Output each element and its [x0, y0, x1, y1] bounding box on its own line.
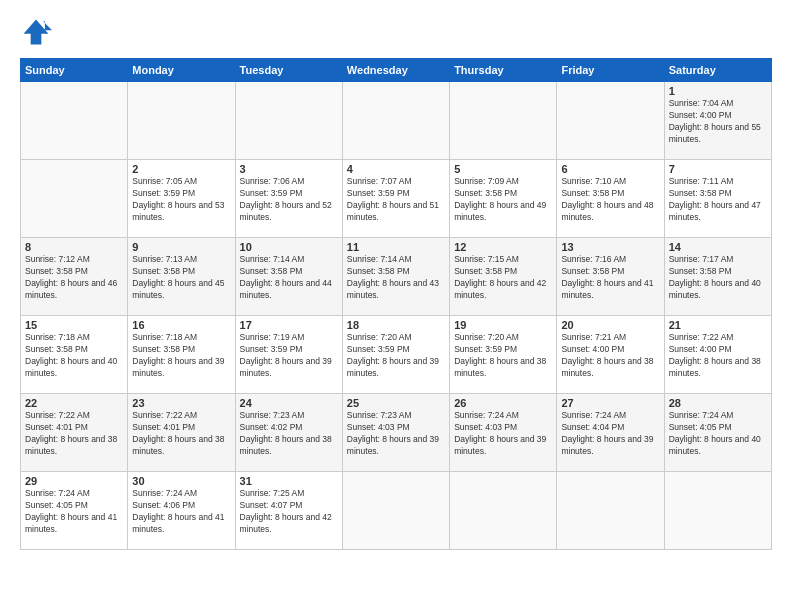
- day-number: 18: [347, 319, 445, 331]
- day-info: Sunrise: 7:14 AMSunset: 3:58 PMDaylight:…: [240, 254, 338, 302]
- calendar-week: 29Sunrise: 7:24 AMSunset: 4:05 PMDayligh…: [21, 472, 772, 550]
- calendar-day-empty: [557, 472, 664, 550]
- day-info: Sunrise: 7:25 AMSunset: 4:07 PMDaylight:…: [240, 488, 338, 536]
- day-info: Sunrise: 7:21 AMSunset: 4:00 PMDaylight:…: [561, 332, 659, 380]
- calendar-day: 14Sunrise: 7:17 AMSunset: 3:58 PMDayligh…: [664, 238, 771, 316]
- calendar-day: 8Sunrise: 7:12 AMSunset: 3:58 PMDaylight…: [21, 238, 128, 316]
- day-info: Sunrise: 7:22 AMSunset: 4:01 PMDaylight:…: [132, 410, 230, 458]
- calendar-day: 15Sunrise: 7:18 AMSunset: 3:58 PMDayligh…: [21, 316, 128, 394]
- calendar-day-empty: [450, 472, 557, 550]
- calendar-day: 23Sunrise: 7:22 AMSunset: 4:01 PMDayligh…: [128, 394, 235, 472]
- calendar-day-empty: [450, 82, 557, 160]
- calendar-day-empty: [342, 472, 449, 550]
- calendar-day: 22Sunrise: 7:22 AMSunset: 4:01 PMDayligh…: [21, 394, 128, 472]
- calendar-day: 30Sunrise: 7:24 AMSunset: 4:06 PMDayligh…: [128, 472, 235, 550]
- calendar-day: 28Sunrise: 7:24 AMSunset: 4:05 PMDayligh…: [664, 394, 771, 472]
- calendar-table: SundayMondayTuesdayWednesdayThursdayFrid…: [20, 58, 772, 550]
- page: SundayMondayTuesdayWednesdayThursdayFrid…: [0, 0, 792, 612]
- calendar-day: 11Sunrise: 7:14 AMSunset: 3:58 PMDayligh…: [342, 238, 449, 316]
- calendar-day: 12Sunrise: 7:15 AMSunset: 3:58 PMDayligh…: [450, 238, 557, 316]
- calendar-day: 29Sunrise: 7:24 AMSunset: 4:05 PMDayligh…: [21, 472, 128, 550]
- day-number: 3: [240, 163, 338, 175]
- day-info: Sunrise: 7:20 AMSunset: 3:59 PMDaylight:…: [347, 332, 445, 380]
- day-info: Sunrise: 7:11 AMSunset: 3:58 PMDaylight:…: [669, 176, 767, 224]
- calendar-body: 1Sunrise: 7:04 AMSunset: 4:00 PMDaylight…: [21, 82, 772, 550]
- day-number: 28: [669, 397, 767, 409]
- header-row: SundayMondayTuesdayWednesdayThursdayFrid…: [21, 59, 772, 82]
- day-info: Sunrise: 7:07 AMSunset: 3:59 PMDaylight:…: [347, 176, 445, 224]
- calendar-day-empty: [664, 472, 771, 550]
- day-number: 14: [669, 241, 767, 253]
- calendar-day: 4Sunrise: 7:07 AMSunset: 3:59 PMDaylight…: [342, 160, 449, 238]
- calendar-day: 3Sunrise: 7:06 AMSunset: 3:59 PMDaylight…: [235, 160, 342, 238]
- header-day: Monday: [128, 59, 235, 82]
- calendar-day: 31Sunrise: 7:25 AMSunset: 4:07 PMDayligh…: [235, 472, 342, 550]
- day-number: 23: [132, 397, 230, 409]
- day-info: Sunrise: 7:13 AMSunset: 3:58 PMDaylight:…: [132, 254, 230, 302]
- day-number: 21: [669, 319, 767, 331]
- day-info: Sunrise: 7:24 AMSunset: 4:04 PMDaylight:…: [561, 410, 659, 458]
- day-number: 2: [132, 163, 230, 175]
- day-info: Sunrise: 7:14 AMSunset: 3:58 PMDaylight:…: [347, 254, 445, 302]
- calendar-day: 13Sunrise: 7:16 AMSunset: 3:58 PMDayligh…: [557, 238, 664, 316]
- svg-marker-1: [43, 21, 52, 30]
- calendar-week: 1Sunrise: 7:04 AMSunset: 4:00 PMDaylight…: [21, 82, 772, 160]
- day-info: Sunrise: 7:24 AMSunset: 4:03 PMDaylight:…: [454, 410, 552, 458]
- calendar-day: 17Sunrise: 7:19 AMSunset: 3:59 PMDayligh…: [235, 316, 342, 394]
- day-number: 10: [240, 241, 338, 253]
- calendar-day-empty: [21, 82, 128, 160]
- day-number: 24: [240, 397, 338, 409]
- day-info: Sunrise: 7:10 AMSunset: 3:58 PMDaylight:…: [561, 176, 659, 224]
- day-info: Sunrise: 7:24 AMSunset: 4:05 PMDaylight:…: [669, 410, 767, 458]
- calendar-day: 10Sunrise: 7:14 AMSunset: 3:58 PMDayligh…: [235, 238, 342, 316]
- day-info: Sunrise: 7:17 AMSunset: 3:58 PMDaylight:…: [669, 254, 767, 302]
- day-info: Sunrise: 7:24 AMSunset: 4:06 PMDaylight:…: [132, 488, 230, 536]
- calendar-header: SundayMondayTuesdayWednesdayThursdayFrid…: [21, 59, 772, 82]
- day-number: 6: [561, 163, 659, 175]
- header-day: Thursday: [450, 59, 557, 82]
- svg-marker-0: [24, 20, 49, 45]
- day-number: 27: [561, 397, 659, 409]
- day-info: Sunrise: 7:04 AMSunset: 4:00 PMDaylight:…: [669, 98, 767, 146]
- day-info: Sunrise: 7:12 AMSunset: 3:58 PMDaylight:…: [25, 254, 123, 302]
- calendar-day: 20Sunrise: 7:21 AMSunset: 4:00 PMDayligh…: [557, 316, 664, 394]
- day-number: 17: [240, 319, 338, 331]
- day-number: 8: [25, 241, 123, 253]
- day-info: Sunrise: 7:06 AMSunset: 3:59 PMDaylight:…: [240, 176, 338, 224]
- calendar-day: 6Sunrise: 7:10 AMSunset: 3:58 PMDaylight…: [557, 160, 664, 238]
- logo: [20, 16, 56, 48]
- calendar-day: 26Sunrise: 7:24 AMSunset: 4:03 PMDayligh…: [450, 394, 557, 472]
- header-day: Friday: [557, 59, 664, 82]
- day-info: Sunrise: 7:19 AMSunset: 3:59 PMDaylight:…: [240, 332, 338, 380]
- day-number: 4: [347, 163, 445, 175]
- day-info: Sunrise: 7:24 AMSunset: 4:05 PMDaylight:…: [25, 488, 123, 536]
- day-number: 22: [25, 397, 123, 409]
- day-info: Sunrise: 7:23 AMSunset: 4:02 PMDaylight:…: [240, 410, 338, 458]
- header-day: Sunday: [21, 59, 128, 82]
- day-number: 20: [561, 319, 659, 331]
- calendar-day: 27Sunrise: 7:24 AMSunset: 4:04 PMDayligh…: [557, 394, 664, 472]
- calendar-week: 8Sunrise: 7:12 AMSunset: 3:58 PMDaylight…: [21, 238, 772, 316]
- calendar-day: 2Sunrise: 7:05 AMSunset: 3:59 PMDaylight…: [128, 160, 235, 238]
- calendar-week: 15Sunrise: 7:18 AMSunset: 3:58 PMDayligh…: [21, 316, 772, 394]
- calendar-day-empty: [21, 160, 128, 238]
- calendar-day: 16Sunrise: 7:18 AMSunset: 3:58 PMDayligh…: [128, 316, 235, 394]
- day-info: Sunrise: 7:22 AMSunset: 4:01 PMDaylight:…: [25, 410, 123, 458]
- calendar-day-empty: [128, 82, 235, 160]
- header-day: Tuesday: [235, 59, 342, 82]
- day-number: 31: [240, 475, 338, 487]
- calendar-day: 24Sunrise: 7:23 AMSunset: 4:02 PMDayligh…: [235, 394, 342, 472]
- day-number: 29: [25, 475, 123, 487]
- calendar-day: 9Sunrise: 7:13 AMSunset: 3:58 PMDaylight…: [128, 238, 235, 316]
- day-number: 5: [454, 163, 552, 175]
- day-info: Sunrise: 7:15 AMSunset: 3:58 PMDaylight:…: [454, 254, 552, 302]
- day-number: 15: [25, 319, 123, 331]
- day-info: Sunrise: 7:23 AMSunset: 4:03 PMDaylight:…: [347, 410, 445, 458]
- calendar-day: 19Sunrise: 7:20 AMSunset: 3:59 PMDayligh…: [450, 316, 557, 394]
- calendar-week: 2Sunrise: 7:05 AMSunset: 3:59 PMDaylight…: [21, 160, 772, 238]
- day-number: 26: [454, 397, 552, 409]
- day-number: 16: [132, 319, 230, 331]
- day-info: Sunrise: 7:18 AMSunset: 3:58 PMDaylight:…: [25, 332, 123, 380]
- header-day: Wednesday: [342, 59, 449, 82]
- calendar-day: 18Sunrise: 7:20 AMSunset: 3:59 PMDayligh…: [342, 316, 449, 394]
